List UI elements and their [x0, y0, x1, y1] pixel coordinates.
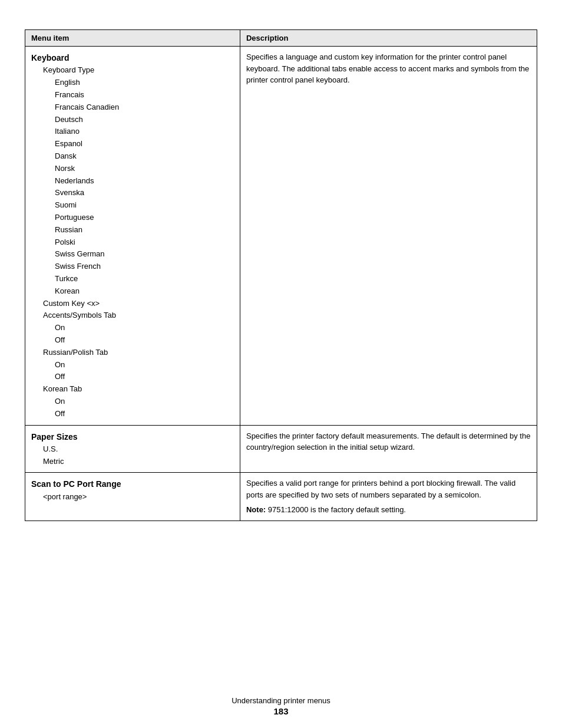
menu-line: Francais Canadien	[31, 101, 234, 114]
menu-line: Off	[31, 408, 234, 420]
menu-line: Paper Sizes	[31, 430, 234, 443]
menu-line: English	[31, 77, 234, 89]
menu-line: Norsk	[31, 163, 234, 175]
menu-line: Swiss German	[31, 248, 234, 261]
menu-line: Korean Tab	[31, 383, 234, 396]
description-cell-keyboard: Specifies a language and custom key info…	[240, 47, 537, 426]
menu-line: Espanol	[31, 138, 234, 150]
page-number: 183	[232, 706, 330, 716]
menu-line: Off	[31, 371, 234, 383]
footer-label: Understanding printer menus	[232, 696, 330, 705]
menu-item-cell-paper-sizes: Paper SizesU.S.Metric	[25, 425, 240, 473]
page-footer: Understanding printer menus 183	[232, 678, 330, 728]
menu-line: U.S.	[31, 443, 234, 456]
menu-line: On	[31, 396, 234, 408]
menu-line: Korean	[31, 285, 234, 298]
col-header-menu-item: Menu item	[25, 30, 240, 47]
menu-line: Svenska	[31, 187, 234, 199]
description-text: Specifies the printer factory default me…	[246, 430, 531, 453]
menu-line: Russian	[31, 224, 234, 236]
menu-line: Swiss French	[31, 261, 234, 273]
menu-line: On	[31, 322, 234, 334]
col-header-description: Description	[240, 30, 537, 47]
description-part-1: Note: 9751:12000 is the factory default …	[246, 504, 531, 516]
menu-line: Deutsch	[31, 114, 234, 126]
description-text: Specifies a language and custom key info…	[246, 51, 531, 86]
menu-line: <port range>	[31, 491, 234, 503]
menu-line: Keyboard	[31, 51, 234, 64]
menu-line: Metric	[31, 456, 234, 468]
menu-item-cell-keyboard: KeyboardKeyboard TypeEnglishFrancaisFran…	[25, 47, 240, 426]
description-part-0: Specifies a valid port range for printer…	[246, 477, 531, 500]
page-container: Menu item Description KeyboardKeyboard T…	[25, 29, 537, 678]
description-cell-paper-sizes: Specifies the printer factory default me…	[240, 425, 537, 473]
menu-line: Off	[31, 334, 234, 347]
menu-line: Polski	[31, 236, 234, 249]
menu-line: Suomi	[31, 199, 234, 212]
description-cell-scan-to-pc: Specifies a valid port range for printer…	[240, 473, 537, 521]
main-table: Menu item Description KeyboardKeyboard T…	[25, 29, 537, 521]
menu-line: Turkce	[31, 273, 234, 285]
menu-line: Italiano	[31, 126, 234, 138]
menu-line: Russian/Polish Tab	[31, 347, 234, 359]
menu-line: On	[31, 359, 234, 371]
menu-line: Portuguese	[31, 212, 234, 224]
description-note-label: Note:	[246, 505, 268, 514]
menu-line: Dansk	[31, 150, 234, 163]
menu-line: Nederlands	[31, 175, 234, 187]
menu-line: Accents/Symbols Tab	[31, 309, 234, 322]
menu-line: Custom Key <x>	[31, 298, 234, 310]
menu-item-cell-scan-to-pc: Scan to PC Port Range<port range>	[25, 473, 240, 521]
menu-line: Francais	[31, 89, 234, 101]
menu-line: Keyboard Type	[31, 64, 234, 77]
menu-line: Scan to PC Port Range	[31, 477, 234, 490]
